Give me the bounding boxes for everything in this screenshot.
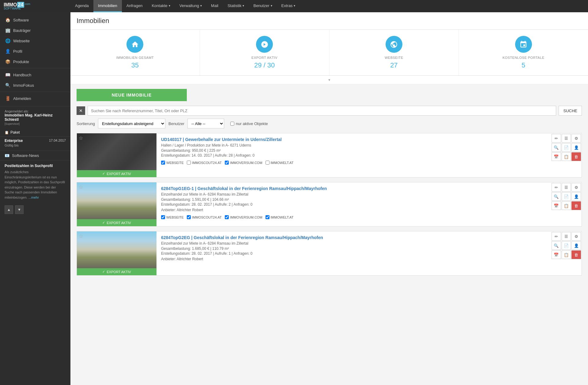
listing-title-2[interactable]: 6284TopG1EG-1 | Geschäftslokal in der Fe… [161,186,546,191]
list-button-2[interactable]: ☰ [562,183,571,192]
portal-webseite-1[interactable]: WEBSEITE [161,161,184,165]
copy-button-1[interactable]: 📋 [562,152,571,161]
nav-statistik[interactable]: Statistik▾ [223,0,249,12]
listing-title-1[interactable]: UD140317 | Gewerbehalle zur Untermiete i… [161,137,546,142]
new-immobilie-button[interactable]: NEUE IMMOBILIE [77,89,187,101]
export-badge-1[interactable]: ✓ EXPORT AKTIV [77,170,156,177]
search-clear-button[interactable]: ✕ [77,106,85,115]
postleitzahlen-more-link[interactable]: ...mehr [28,196,39,199]
star-icon-1[interactable]: ☆ [79,135,83,141]
settings-button-2[interactable]: ⚙ [571,183,581,192]
copy-button-3[interactable]: 📋 [562,250,571,259]
main-content: Immobilien IMMOBILIEN GESAMT 35 EXPORT A… [70,12,588,385]
listing-title-3[interactable]: 6284TopG2EG | Geschäftslokal in der Feri… [161,235,546,240]
delete-button-1[interactable]: 🗑 [571,152,581,161]
settings-button-1[interactable]: ⚙ [571,134,581,143]
listing-cost-3: Gesamtbelastung: 1.685,00 € | 110.79 m² [161,246,546,251]
user-select[interactable]: -- Alle -- [187,119,224,128]
search-btn-1[interactable]: 🔍 [552,143,561,152]
listing-cost-1: Gesamtbelastung: 950,00 € | 225 m² [161,148,546,153]
sidebar-item-profil[interactable]: 👤 Profil [0,46,70,56]
layout: 🏠 Software 🏢 Bauträger 🌐 Webseite 👤 Prof… [0,12,588,385]
stat-label-export: EXPORT AKTIV [251,56,277,59]
portal-webseite-2[interactable]: WEBSEITE [161,215,184,219]
calendar-button-2[interactable]: 📅 [552,201,561,210]
sidebar-item-immofokus[interactable]: 🔍 ImmoFokus [0,80,70,90]
delete-button-2[interactable]: 🗑 [571,201,581,210]
doc-button-2[interactable]: 📄 [562,192,571,201]
sidebar-label-abmelden: Abmelden [13,96,31,101]
search-bar: ✕ SUCHE [70,106,588,119]
listing-portals-1: WEBSEITE IMMOSCOUT24.AT IMMOVERSUM.COM I… [161,161,546,165]
stat-collapse-btn[interactable]: ▾ [70,76,588,84]
person-button-1[interactable]: 👤 [571,143,581,152]
person-icon: 👤 [5,49,11,54]
postleitzahlen-text: Als zusätzliches Einschränkungskriterium… [5,170,66,200]
delete-button-3[interactable]: 🗑 [571,250,581,259]
nav-verwaltung[interactable]: Verwaltung▾ [175,0,206,12]
export-badge-2[interactable]: ✓ EXPORT AKTIV [77,219,156,226]
portal-immowelt-2[interactable]: IMMOWELT.AT [266,215,294,219]
calendar-button-3[interactable]: 📅 [552,250,561,259]
portal-immoscout-1[interactable]: IMMOSCOUT24.AT [187,161,222,165]
export-label-1: EXPORT AKTIV [107,172,131,176]
active-objects-checkbox[interactable] [230,122,234,126]
settings-button-3[interactable]: ⚙ [571,232,581,241]
nav-mail[interactable]: Mail [206,0,223,12]
sidebar-nav-section: 🏠 Software 🏢 Bauträger 🌐 Webseite 👤 Prof… [0,12,70,106]
sidebar-label-profil: Profil [13,49,22,54]
listing-item: ☆ ✓ EXPORT AKTIV 6284TopG1EG-1 | Geschäf… [77,182,582,227]
nav-benutzer[interactable]: Benutzer▾ [249,0,277,12]
sidebar-label-webseite: Webseite [13,39,30,43]
portal-immoversum-2[interactable]: IMMOVERSUM.COM [225,215,262,219]
calendar-button-1[interactable]: 📅 [552,152,561,161]
sidebar-item-produkte[interactable]: 📦 Produkte [0,56,70,67]
nav-agenda[interactable]: Agenda [70,0,93,12]
enterprise-date: 17.04.2017 [49,139,66,143]
sort-select[interactable]: Erstellungsdatum absteigend [98,119,165,128]
portal-immoscout-2[interactable]: IMMOSCOUT24.AT [187,215,222,219]
listing-subtitle-1: Hallen / Lager / Produktion zur Miete in… [161,143,546,147]
active-objects-filter[interactable]: nur aktive Objekte [230,121,268,126]
sidebar-item-abmelden[interactable]: 🚪 Abmelden [0,93,70,104]
portal-immoversum-1[interactable]: IMMOVERSUM.COM [225,161,262,165]
enterprise-subtitle: Gültig bis [5,143,19,147]
arrow-up-button[interactable]: ▲ [5,205,13,214]
edit-button-1[interactable]: ✏ [552,134,561,143]
arrow-down-button[interactable]: ▼ [15,205,24,214]
listing-photo-3 [77,231,156,268]
edit-button-3[interactable]: ✏ [552,232,561,241]
sidebar-item-bautraeger[interactable]: 🏢 Bauträger [0,25,70,36]
stat-value-gesamt: 35 [131,61,139,69]
nav-anfragen[interactable]: Anfragen [122,0,147,12]
copy-button-2[interactable]: 📋 [562,201,571,210]
nav-immobilien[interactable]: Immobilien [93,0,122,12]
search-btn-2[interactable]: 🔍 [552,192,561,201]
listing-portals-2: WEBSEITE IMMOSCOUT24.AT IMMOVERSUM.COM I… [161,215,546,219]
star-icon-2[interactable]: ☆ [79,184,83,190]
active-objects-label: nur aktive Objekte [236,121,268,126]
nav-kontakte[interactable]: Kontakte▾ [147,0,175,12]
listing-actions-2: ✏ ☰ ⚙ 🔍 📄 👤 📅 📋 🗑 [551,182,582,226]
portal-immowelt-1[interactable]: IMMOWELT.AT [266,161,294,165]
stat-icon-portale [515,36,532,53]
search-btn-3[interactable]: 🔍 [552,241,561,250]
person-button-3[interactable]: 👤 [571,241,581,250]
stat-card-gesamt: IMMOBILIEN GESAMT 35 [70,30,200,75]
list-button-1[interactable]: ☰ [562,134,571,143]
sidebar-enterprise: Enterprise 17.04.2017 Gültig bis [0,136,70,151]
sidebar-item-software[interactable]: 🏠 Software [0,15,70,25]
doc-button-1[interactable]: 📄 [562,143,571,152]
export-badge-3[interactable]: ✓ EXPORT AKTIV [77,268,156,275]
nav-extras[interactable]: Extras▾ [277,0,300,12]
sidebar-item-handbuch[interactable]: 📖 Handbuch [0,70,70,80]
search-button[interactable]: SUCHE [559,106,582,116]
list-button-3[interactable]: ☰ [562,232,571,241]
doc-button-3[interactable]: 📄 [562,241,571,250]
edit-button-2[interactable]: ✏ [552,183,561,192]
sidebar-news[interactable]: 📧 Software-News [0,151,70,160]
sidebar-item-webseite[interactable]: 🌐 Webseite [0,36,70,46]
star-icon-3[interactable]: ☆ [79,233,83,239]
search-input[interactable] [88,106,556,116]
person-button-2[interactable]: 👤 [571,192,581,201]
